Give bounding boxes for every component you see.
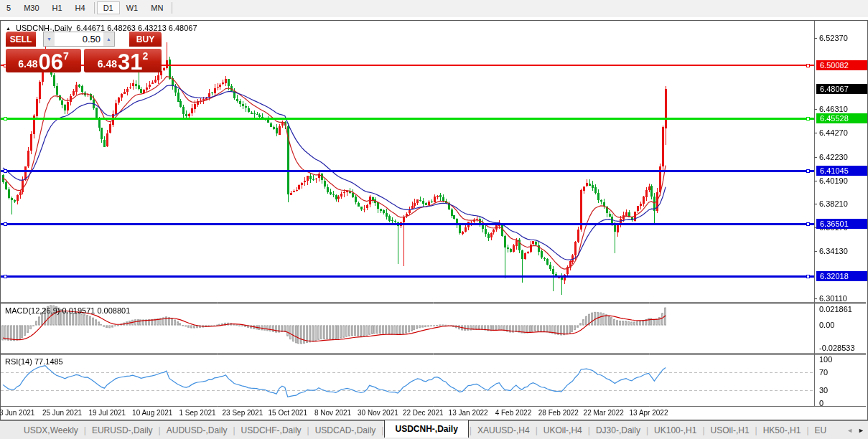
one-click-trading-panel: SELL ▼ ▲ BUY 6.48 06 7 6.48 31 2: [6, 32, 162, 72]
volume-increase-button[interactable]: ▲: [103, 32, 114, 46]
tab-separator: |: [755, 425, 757, 435]
rsi-indicator-label: RSI(14) 77.1485: [5, 357, 63, 366]
tab-separator: |: [470, 425, 472, 435]
chart-tab-dj30[interactable]: DJ30-,Daily: [591, 425, 645, 435]
chart-tab-usdcnh[interactable]: USDCNH-,Daily: [384, 420, 468, 438]
tab-separator: |: [536, 425, 538, 435]
macd-axis-label: -0.028533: [819, 344, 855, 352]
tab-separator: |: [159, 425, 161, 435]
date-axis-label: 8 Nov 2021: [314, 409, 351, 417]
chart-tab-bar: USDX,Weekly|EURUSD-,Daily|AUDUSD-,Daily|…: [0, 420, 868, 439]
sell-button[interactable]: SELL: [6, 32, 36, 47]
buy-price-prefix: 6.48: [98, 58, 117, 70]
price-axis-tick: 6.40190: [819, 176, 848, 185]
timeframe-button-w1[interactable]: W1: [120, 1, 145, 14]
date-axis-label: 30 Nov 2021: [358, 409, 398, 417]
collapse-arrow-icon[interactable]: ▲: [6, 26, 11, 31]
price-axis-tick: 6.52370: [819, 34, 848, 42]
date-axis-label: 13 Apr 2022: [630, 409, 668, 417]
timeframe-button-5[interactable]: 5: [0, 1, 17, 14]
date-axis-label: 22 Dec 2021: [403, 409, 444, 417]
price-axis-tick: 6.30110: [819, 294, 847, 303]
volume-decrease-button[interactable]: ▼: [44, 32, 55, 46]
chart-tab-uk100[interactable]: UK100-,H1: [649, 425, 701, 435]
rsi-axis-label: 70: [819, 368, 828, 377]
macd-axis-label: 0.00: [819, 321, 834, 329]
sell-price-button[interactable]: 6.48 06 7: [6, 49, 81, 72]
date-axis-label: 4 Feb 2022: [495, 409, 532, 417]
tab-separator: |: [381, 425, 383, 435]
date-axis-label: 3 Jun 2021: [0, 409, 34, 417]
tabs-scroll-left-icon[interactable]: ◄: [846, 427, 853, 434]
chart-tab-audusd[interactable]: AUDUSD-,Daily: [162, 425, 233, 435]
chart-tab-usdx[interactable]: USDX,Weekly: [19, 425, 83, 435]
chart-window: ▲ USDCNH-,Daily 6.44671 6.48263 6.43213 …: [0, 20, 868, 420]
chart-tab-eurusd[interactable]: EURUSD-,Daily: [87, 425, 158, 435]
tabs-scroll-right-icon[interactable]: ►: [858, 427, 864, 434]
date-axis-label: 13 Jan 2022: [449, 409, 488, 417]
timeframe-button-mn[interactable]: MN: [144, 1, 169, 14]
date-axis-label: 15 Oct 2021: [268, 409, 307, 417]
timeframe-button-h4[interactable]: H4: [69, 1, 92, 14]
tab-separator: |: [646, 425, 648, 435]
price-axis-tick: 6.46310: [819, 105, 848, 113]
tab-separator: |: [806, 425, 808, 435]
volume-spinner: ▼ ▲: [43, 32, 115, 47]
chart-tab-ukoil[interactable]: UKOil-,H4: [538, 425, 587, 435]
rsi-axis-label: 100: [819, 355, 832, 364]
hline-price-label: 6.45528: [816, 113, 867, 123]
date-axis-label: 23 Sep 2021: [223, 409, 263, 417]
date-axis-label: 10 Aug 2021: [132, 409, 172, 417]
hline-price-label: 6.41045: [816, 166, 867, 176]
price-axis-tick: 6.44270: [819, 128, 848, 137]
date-axis-label: 22 Mar 2022: [584, 409, 624, 417]
timeframe-button-m30[interactable]: M30: [17, 1, 45, 14]
toolbar-separator: [94, 2, 95, 14]
date-axis-label: 28 Feb 2022: [538, 409, 579, 417]
chevron-down-icon: ▼: [47, 37, 52, 42]
tab-separator: |: [307, 425, 309, 435]
chart-tab-usdcad[interactable]: USDCAD-,Daily: [310, 425, 381, 435]
buy-button[interactable]: BUY: [129, 32, 162, 47]
date-axis-label: 1 Sep 2021: [179, 409, 215, 417]
price-axis-tick: 6.34130: [819, 247, 848, 255]
volume-input[interactable]: [55, 32, 103, 46]
rsi-value: 77.1485: [34, 357, 63, 366]
date-axis-label: 25 Jun 2021: [42, 409, 82, 417]
tab-separator: |: [84, 425, 86, 435]
buy-price-sup: 2: [142, 50, 148, 62]
macd-values: 0.019571 0.008801: [62, 306, 130, 315]
tab-separator: |: [702, 425, 704, 435]
timeframe-toolbar: 5M30H1H4D1W1MN: [0, 0, 868, 16]
chart-tab-usdchf[interactable]: USDCHF-,Daily: [236, 425, 307, 435]
macd-axis-label: 0.021861: [819, 305, 852, 313]
price-axis-tick: 6.38210: [819, 199, 848, 208]
toolbar-separator: [172, 2, 172, 14]
tab-separator: |: [233, 425, 235, 435]
timeframe-button-h1[interactable]: H1: [46, 1, 69, 14]
sell-price-sup: 7: [63, 50, 69, 62]
macd-name: MACD(12,26,9): [5, 306, 60, 315]
tab-separator: |: [588, 425, 590, 435]
hline-price-label: 6.36501: [816, 219, 867, 229]
macd-indicator-label: MACD(12,26,9) 0.019571 0.008801: [5, 306, 130, 315]
current-price-label: 6.48067: [816, 84, 867, 94]
buy-price-big: 31: [118, 53, 142, 72]
price-chart-canvas[interactable]: [1, 21, 866, 407]
chevron-up-icon: ▲: [106, 37, 111, 42]
sell-price-big: 06: [38, 53, 62, 72]
chart-tab-eu[interactable]: EU: [810, 425, 832, 435]
rsi-name: RSI(14): [5, 357, 32, 366]
hline-price-label: 6.50082: [816, 60, 867, 70]
buy-price-button[interactable]: 6.48 31 2: [84, 49, 162, 72]
chart-tab-usoil[interactable]: USOil-,H1: [706, 425, 755, 435]
rsi-axis-label: 30: [819, 386, 828, 395]
chart-tab-hk50[interactable]: HK50-,H1: [758, 425, 806, 435]
rsi-axis-label: 0: [819, 399, 823, 407]
timeframe-button-d1[interactable]: D1: [97, 1, 120, 14]
price-axis-tick: 6.42230: [819, 153, 848, 161]
date-axis-label: 19 Jul 2021: [88, 409, 126, 417]
hline-price-label: 6.32018: [816, 271, 867, 281]
chart-tab-xauusd[interactable]: XAUUSD-,H4: [472, 425, 535, 435]
sell-price-prefix: 6.48: [18, 58, 37, 70]
